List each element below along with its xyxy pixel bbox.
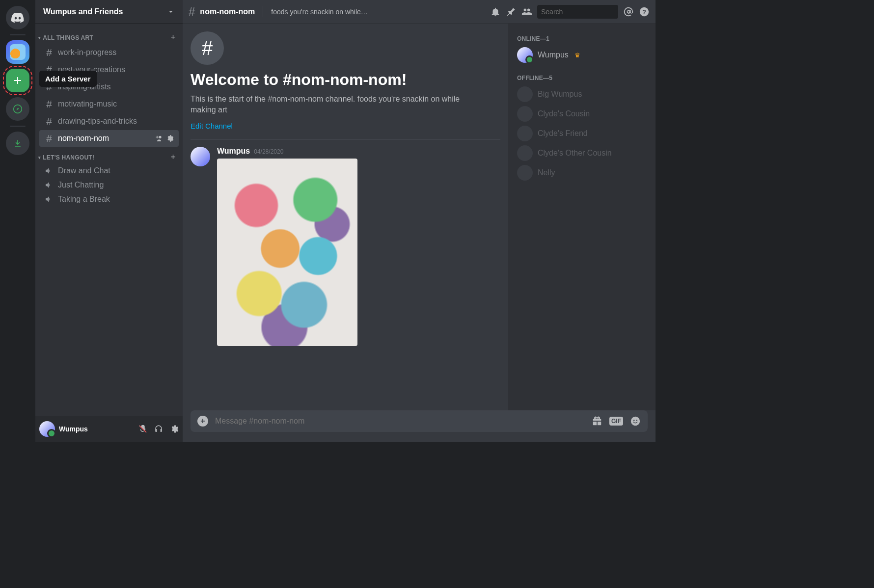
discord-logo-icon (11, 13, 25, 23)
server-wumpus-and-friends[interactable] (6, 40, 29, 64)
create-channel-button[interactable]: + (170, 32, 176, 43)
message-input[interactable] (215, 417, 585, 426)
channel-title: nom-nom-nom (200, 7, 255, 16)
channel-sidebar: Wumpus and Friends ▾ ALL THINGS ART + #w… (35, 0, 183, 442)
message-author[interactable]: Wumpus (217, 147, 250, 156)
svg-text:?: ? (642, 8, 646, 15)
hash-icon: # (44, 133, 54, 144)
category-header[interactable]: ▾ LET'S HANGOUT! + (35, 147, 183, 163)
main-area: # nom-nom-nom foods you're snackin on wh… (183, 0, 656, 442)
help-icon[interactable]: ? (639, 6, 650, 17)
user-panel: Wumpus (35, 416, 183, 442)
add-server-button[interactable] (6, 69, 29, 92)
message-composer: + GIF (183, 410, 656, 442)
channel-text[interactable]: #work-in-progress (39, 44, 179, 61)
download-apps-button[interactable] (6, 132, 29, 155)
gif-button[interactable]: GIF (609, 417, 623, 426)
member-row[interactable]: Nelly (513, 163, 651, 183)
mute-icon[interactable] (138, 425, 147, 433)
channel-text[interactable]: #motivating-music (39, 96, 179, 112)
mentions-icon[interactable] (623, 6, 634, 17)
divider (263, 6, 263, 17)
attach-button[interactable]: + (197, 416, 208, 427)
image-attachment[interactable] (217, 159, 357, 346)
hash-icon: # (44, 98, 54, 110)
channel-voice[interactable]: Just Chatting (39, 178, 179, 192)
avatar (517, 106, 533, 122)
bell-icon[interactable] (490, 6, 501, 17)
channel-topic[interactable]: foods you're snackin on while… (271, 8, 367, 16)
member-row[interactable]: Clyde's Friend (513, 124, 651, 143)
message-timestamp: 04/28/2020 (254, 148, 283, 155)
category-header[interactable]: ▾ ALL THINGS ART + (35, 27, 183, 44)
speaker-icon (44, 166, 54, 175)
plus-icon (12, 75, 24, 86)
message: Wumpus 04/28/2020 (191, 147, 500, 346)
crown-icon: ♛ (574, 52, 580, 59)
download-icon (13, 138, 23, 148)
gift-icon[interactable] (592, 416, 602, 427)
channel-voice[interactable]: Draw and Chat (39, 164, 179, 178)
hash-icon: # (189, 5, 195, 19)
svg-point-5 (633, 420, 635, 421)
channel-text-selected[interactable]: # nom-nom-nom (39, 130, 179, 147)
member-row[interactable]: Clyde's Cousin (513, 104, 651, 124)
avatar[interactable] (191, 147, 210, 166)
chevron-down-icon: ▾ (38, 35, 41, 40)
category-name: LET'S HANGOUT! (43, 154, 94, 161)
invite-icon[interactable] (155, 134, 163, 142)
search-box[interactable] (537, 5, 618, 19)
chevron-down-icon: ▾ (38, 155, 41, 160)
category-name: ALL THINGS ART (43, 34, 93, 41)
search-input[interactable] (541, 8, 627, 16)
welcome-body: This is the start of the #nom-nom-nom ch… (191, 94, 465, 116)
guilds-column (0, 0, 35, 442)
channel-voice[interactable]: Taking a Break (39, 192, 179, 206)
hash-icon: # (44, 115, 54, 127)
server-header[interactable]: Wumpus and Friends (35, 0, 183, 24)
server-name: Wumpus and Friends (43, 7, 123, 16)
avatar (517, 86, 533, 102)
channel-topbar: # nom-nom-nom foods you're snackin on wh… (183, 0, 656, 24)
avatar (517, 165, 533, 181)
headphones-icon[interactable] (154, 425, 163, 433)
members-offline-header: OFFLINE—5 (517, 75, 647, 81)
guild-separator (10, 126, 26, 127)
avatar (517, 47, 533, 63)
message-list: # Welcome to #nom-nom-nom! This is the s… (183, 24, 508, 410)
members-online-header: ONLINE—1 (517, 35, 647, 42)
member-row[interactable]: Clyde's Other Cousin (513, 143, 651, 163)
svg-point-6 (636, 420, 637, 421)
avatar (517, 126, 533, 141)
members-icon[interactable] (521, 6, 532, 17)
guild-separator (10, 34, 26, 35)
create-channel-button[interactable]: + (170, 152, 176, 162)
member-row[interactable]: Big Wumpus (513, 84, 651, 104)
welcome-heading: Welcome to #nom-nom-nom! (191, 71, 500, 89)
emoji-icon[interactable] (630, 416, 641, 427)
speaker-icon (44, 181, 54, 189)
current-user-name: Wumpus (59, 425, 135, 433)
channel-text[interactable]: #drawing-tips-and-tricks (39, 113, 179, 130)
explore-servers-button[interactable] (6, 97, 29, 121)
chevron-down-icon (167, 8, 175, 16)
add-server-tooltip: Add a Server (39, 71, 97, 87)
pin-icon[interactable] (506, 6, 517, 17)
avatar[interactable] (39, 421, 55, 437)
home-button[interactable] (6, 6, 29, 29)
member-row[interactable]: Wumpus ♛ (513, 45, 651, 65)
gear-icon[interactable] (170, 425, 179, 433)
hash-icon: # (44, 47, 54, 58)
hash-icon: # (191, 31, 224, 65)
avatar (517, 145, 533, 161)
member-list: ONLINE—1 Wumpus ♛ OFFLINE—5 Big Wumpus C… (508, 24, 656, 410)
speaker-icon (44, 195, 54, 204)
edit-channel-link[interactable]: Edit Channel (191, 122, 233, 130)
channel-welcome: # Welcome to #nom-nom-nom! This is the s… (191, 31, 500, 131)
gear-icon[interactable] (166, 134, 174, 142)
compass-icon (13, 104, 23, 114)
svg-point-4 (631, 417, 640, 426)
divider (191, 139, 500, 140)
